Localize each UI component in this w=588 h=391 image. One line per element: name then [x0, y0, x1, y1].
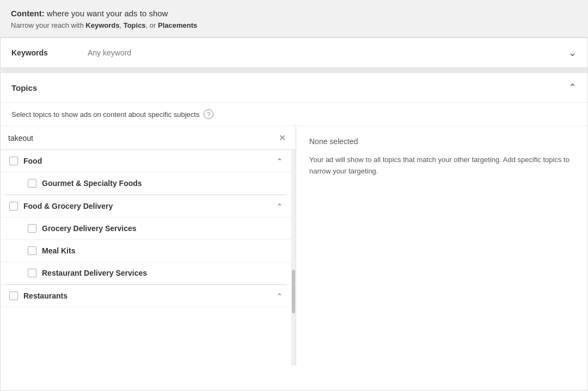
checkbox-food[interactable] — [9, 157, 18, 165]
topic-label-restaurants: Restaurants — [23, 291, 271, 300]
keywords-value: Any keyword — [88, 48, 568, 57]
expand-restaurants-icon[interactable]: ⌃ — [277, 292, 283, 300]
header-subtitle: Narrow your reach with Keywords, Topics,… — [11, 21, 577, 29]
topics-left-panel: ✕ Food ⌃ Gourmet & Specialty Foods — [1, 126, 296, 365]
search-bar: ✕ — [1, 126, 296, 150]
topic-label-gourmet: Gourmet & Specialty Foods — [42, 179, 283, 188]
checkbox-restaurants[interactable] — [9, 291, 18, 300]
topics-title: Topics — [11, 83, 37, 92]
content-label: Content: — [11, 9, 45, 18]
scrollbar-track — [291, 150, 296, 365]
topic-item-food-grocery-delivery[interactable]: Food & Grocery Delivery ⌃ — [1, 195, 291, 218]
search-input[interactable] — [8, 134, 277, 142]
topic-label-meal-kits: Meal Kits — [42, 246, 283, 255]
topics-bold: Topics — [124, 21, 146, 29]
scroll-container: Food ⌃ Gourmet & Specialty Foods Food & … — [1, 150, 296, 365]
topics-header[interactable]: Topics ⌃ — [1, 73, 587, 103]
checkbox-restaurant-delivery[interactable] — [28, 269, 36, 277]
none-selected-label: None selected — [309, 137, 574, 146]
header-title-rest: where you want your ads to show — [45, 9, 168, 18]
clear-icon[interactable]: ✕ — [277, 132, 288, 144]
topic-label-grocery-delivery: Grocery Delivery Services — [42, 224, 283, 233]
topics-container: Topics ⌃ Select topics to show ads on co… — [0, 72, 588, 391]
topic-label-restaurant-delivery: Restaurant Delivery Services — [42, 269, 283, 277]
topics-chevron-up-icon: ⌃ — [568, 82, 577, 94]
topic-item-restaurant-delivery[interactable]: Restaurant Delivery Services — [1, 262, 291, 284]
topic-item-grocery-delivery[interactable]: Grocery Delivery Services — [1, 218, 291, 240]
subtitle-start: Narrow your reach with — [11, 21, 85, 29]
topic-item-meal-kits[interactable]: Meal Kits — [1, 240, 291, 262]
placements-bold: Placements — [158, 21, 197, 29]
header-title: Content: where you want your ads to show — [11, 9, 577, 18]
topic-item-restaurants[interactable]: Restaurants ⌃ — [1, 285, 291, 307]
topics-hint: Your ad will show to all topics that mat… — [309, 154, 574, 177]
topic-item-gourmet[interactable]: Gourmet & Specialty Foods — [1, 172, 291, 195]
checkbox-meal-kits[interactable] — [28, 246, 36, 255]
topics-description-row: Select topics to show ads on content abo… — [1, 103, 587, 126]
keywords-row[interactable]: Keywords Any keyword ⌄ — [0, 38, 588, 68]
scrollbar-thumb[interactable] — [292, 270, 295, 313]
topic-label-food-grocery-delivery: Food & Grocery Delivery — [23, 202, 271, 210]
checkbox-grocery-delivery[interactable] — [28, 224, 36, 233]
topics-list: Food ⌃ Gourmet & Specialty Foods Food & … — [1, 150, 291, 365]
topic-item-food[interactable]: Food ⌃ — [1, 150, 291, 172]
keywords-bold: Keywords — [85, 21, 119, 29]
keywords-chevron-down-icon: ⌄ — [568, 47, 577, 59]
checkbox-gourmet[interactable] — [28, 179, 36, 188]
expand-food-icon[interactable]: ⌃ — [277, 157, 283, 165]
topics-description-text: Select topics to show ads on content abo… — [11, 110, 199, 119]
keywords-label: Keywords — [11, 48, 88, 57]
topic-label-food: Food — [23, 157, 271, 165]
header-section: Content: where you want your ads to show… — [0, 0, 588, 38]
topics-body: ✕ Food ⌃ Gourmet & Specialty Foods — [1, 126, 587, 365]
topics-right-panel: None selected Your ad will show to all t… — [296, 126, 587, 365]
checkbox-food-grocery-delivery[interactable] — [9, 202, 18, 210]
help-icon[interactable]: ? — [204, 109, 213, 119]
expand-food-grocery-icon[interactable]: ⌃ — [277, 202, 283, 210]
